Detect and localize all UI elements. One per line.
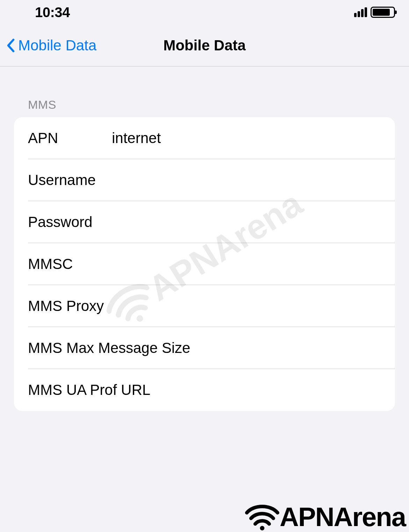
chevron-left-icon <box>7 38 15 52</box>
mms-max-size-input[interactable] <box>190 340 381 356</box>
status-indicators <box>354 7 395 18</box>
row-label: APN <box>28 130 112 147</box>
status-bar: 10:34 <box>0 0 409 24</box>
row-username[interactable]: Username <box>14 159 395 201</box>
settings-group-mms: APN Username Password MMSC MMS Proxy MMS… <box>14 117 395 411</box>
username-input[interactable] <box>112 172 381 189</box>
row-password[interactable]: Password <box>14 201 395 243</box>
cellular-signal-icon <box>354 7 367 17</box>
row-mmsc[interactable]: MMSC <box>14 243 395 285</box>
back-button[interactable]: Mobile Data <box>7 37 96 54</box>
row-mms-max-message-size[interactable]: MMS Max Message Size <box>14 327 395 369</box>
mms-proxy-input[interactable] <box>104 298 381 314</box>
row-apn[interactable]: APN <box>14 117 395 159</box>
page-title: Mobile Data <box>163 37 246 54</box>
navigation-bar: Mobile Data Mobile Data <box>0 24 409 66</box>
footer-brand-text: APNArena <box>280 502 406 532</box>
mms-ua-prof-url-input[interactable] <box>150 382 381 398</box>
mmsc-input[interactable] <box>112 256 381 272</box>
apn-input[interactable] <box>112 130 381 147</box>
section-header-mms: MMS <box>0 66 409 117</box>
row-label: MMS UA Prof URL <box>28 382 150 398</box>
row-label: MMSC <box>28 256 112 272</box>
row-label: MMS Proxy <box>28 298 104 314</box>
footer-brand: APNArena <box>245 502 406 532</box>
row-label: Password <box>28 214 112 230</box>
row-mms-ua-prof-url[interactable]: MMS UA Prof URL <box>14 369 395 411</box>
password-input[interactable] <box>112 214 381 230</box>
battery-icon <box>371 7 395 18</box>
status-time: 10:34 <box>35 5 70 20</box>
svg-point-1 <box>260 526 265 530</box>
wifi-icon <box>245 503 280 531</box>
row-label: Username <box>28 172 112 189</box>
row-mms-proxy[interactable]: MMS Proxy <box>14 285 395 327</box>
back-label: Mobile Data <box>18 37 96 54</box>
row-label: MMS Max Message Size <box>28 340 190 356</box>
